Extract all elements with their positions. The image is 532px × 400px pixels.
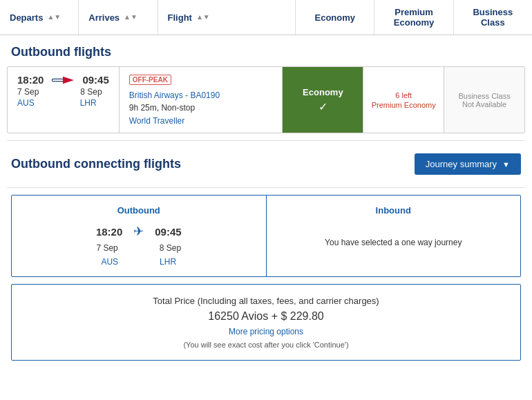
economy-label: Economy	[315, 12, 356, 23]
header-flight[interactable]: Flight ▲▼	[158, 0, 296, 35]
departs-label: Departs	[10, 12, 43, 23]
arrive-date: 8 Sep	[80, 87, 102, 97]
arrives-label: Arrives	[88, 12, 120, 23]
header-business-class: Business Class	[454, 0, 532, 35]
total-price-value: 16250 Avios + $ 229.80	[26, 310, 506, 323]
premium-economy-cabin-label: Premium Economy	[372, 101, 436, 109]
economy-cabin-label: Economy	[303, 87, 343, 97]
outbound-arrive-time: 09:45	[155, 226, 181, 238]
journey-summary-label: Journey summary	[426, 159, 497, 169]
flight-row: 18:20 09:45 7 Sep 8 Sep AUS LHR OFF-PEAK…	[7, 66, 525, 133]
world-traveller-link[interactable]: World Traveller	[129, 116, 184, 126]
arrives-sort-icon: ▲▼	[124, 15, 137, 20]
outbound-depart-time: 18:20	[96, 226, 122, 238]
total-price-label-text: Total Price	[153, 296, 195, 306]
one-way-text: You have selected a one way journey	[281, 224, 507, 261]
outbound-box-title: Outbound	[26, 205, 252, 216]
outbound-arrive-airport-link[interactable]: LHR	[160, 257, 176, 267]
depart-time: 18:20	[17, 74, 44, 86]
outbound-arrive-date: 8 Sep	[160, 243, 181, 253]
connecting-flights-header: Outbound connecting flights Journey summ…	[0, 146, 532, 182]
arrive-airport-link[interactable]: LHR	[80, 98, 97, 108]
total-price-box: Total Price (Including all taxes, fees, …	[11, 284, 521, 361]
connecting-flights-title: Outbound connecting flights	[11, 157, 181, 171]
header-economy: Economy	[296, 0, 374, 35]
premium-seats-left: 6 left	[395, 91, 412, 99]
arrive-time: 09:45	[82, 74, 108, 86]
airline-link[interactable]: British Airways - BA0190	[129, 91, 273, 100]
header-departs[interactable]: Departs ▲▼	[0, 0, 79, 35]
business-class-label: Business Class	[464, 7, 522, 28]
total-price-label-suffix: (Including all taxes, fees, and carrier …	[198, 296, 379, 306]
premium-economy-label: Premium Economy	[384, 7, 443, 28]
outbound-depart-airport-link[interactable]: AUS	[101, 257, 118, 267]
header-premium-economy: Premium Economy	[374, 0, 453, 35]
connecting-divider	[7, 187, 525, 188]
ba-logo-icon	[52, 75, 74, 85]
premium-economy-cabin-cell[interactable]: 6 left Premium Economy	[363, 67, 444, 133]
journey-summary-button[interactable]: Journey summary ▼	[415, 153, 521, 175]
off-peak-badge: OFF-PEAK	[129, 75, 171, 85]
table-header: Departs ▲▼ Arrives ▲▼ Flight ▲▼ Economy …	[0, 0, 532, 35]
business-class-cabin-cell: Business Class Not Available	[444, 67, 524, 133]
section-divider	[7, 140, 525, 141]
chevron-down-icon: ▼	[502, 160, 510, 169]
outbound-flights-title: Outbound flights	[0, 35, 532, 66]
flight-duration: 9h 25m, Non-stop	[129, 103, 273, 113]
departs-sort-icon: ▲▼	[47, 15, 61, 20]
journey-summary-grid: Outbound 18:20 ✈ 09:45 7 Sep 8 Sep AUS L…	[11, 195, 521, 277]
total-price-label: Total Price (Including all taxes, fees, …	[26, 296, 506, 306]
economy-cabin-cell[interactable]: Economy ✓	[282, 67, 363, 133]
flight-sort-icon: ▲▼	[196, 15, 210, 20]
depart-airport-link[interactable]: AUS	[17, 98, 35, 108]
outbound-journey-box: Outbound 18:20 ✈ 09:45 7 Sep 8 Sep AUS L…	[12, 196, 267, 276]
svg-marker-1	[63, 76, 74, 84]
airplane-icon: ✈	[133, 224, 144, 239]
outbound-depart-date: 7 Sep	[96, 243, 117, 253]
flight-label: Flight	[168, 12, 192, 23]
header-arrives[interactable]: Arrives ▲▼	[79, 0, 158, 35]
exact-cost-note: (You will see exact cost after you click…	[26, 341, 506, 349]
depart-date: 7 Sep	[17, 87, 39, 97]
flight-details: OFF-PEAK British Airways - BA0190 9h 25m…	[119, 67, 283, 133]
business-class-na: Not Available	[462, 100, 506, 108]
svg-rect-2	[53, 79, 63, 80]
more-pricing-link[interactable]: More pricing options	[26, 327, 506, 336]
economy-check-icon: ✓	[319, 100, 327, 113]
business-class-label: Business Class	[458, 92, 510, 100]
inbound-box-title: Inbound	[281, 205, 507, 216]
depart-info: 18:20 09:45 7 Sep 8 Sep AUS LHR	[8, 67, 119, 133]
inbound-journey-box: Inbound You have selected a one way jour…	[267, 196, 521, 276]
